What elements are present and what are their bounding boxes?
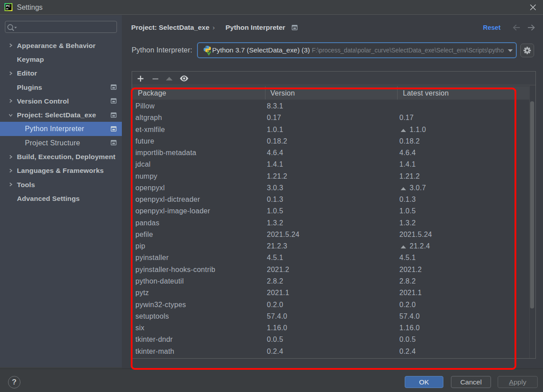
svg-text:PC: PC	[6, 4, 10, 8]
